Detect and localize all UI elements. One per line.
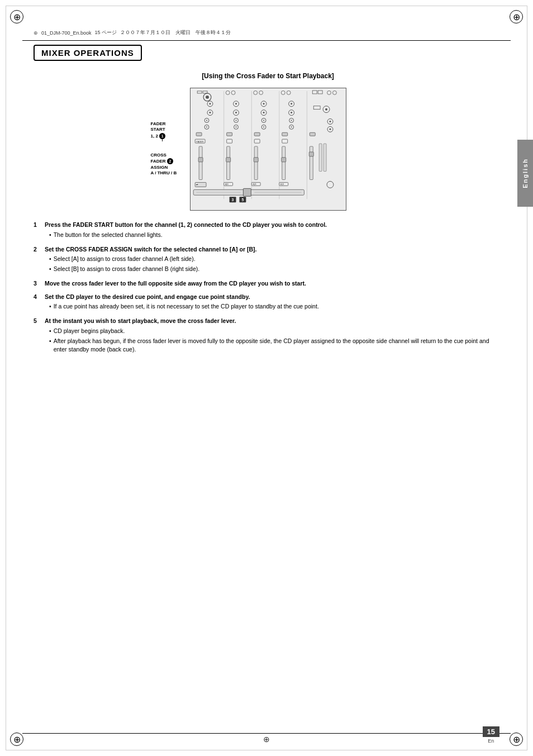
svg-rect-58: [196, 132, 202, 136]
instruction-num-5: 5: [34, 317, 42, 355]
svg-rect-66: [254, 139, 260, 143]
svg-rect-75: [281, 158, 285, 162]
svg-text:A|B: A|B: [225, 183, 229, 186]
svg-rect-69: [198, 158, 203, 162]
bullet-5-2: After playback has begun, if the cross f…: [49, 337, 502, 355]
svg-text:3: 3: [231, 198, 234, 202]
svg-text:FADER: FADER: [196, 140, 203, 143]
instruction-text-1: Press the FADER START button for the cha…: [45, 221, 502, 241]
meta-line: ⊕ 01_DJM-700_En.book 15 ページ ２００７年７月１０日 火…: [34, 29, 499, 36]
language-tab: English: [517, 140, 533, 207]
bullet-2-1: Select [A] to assign to cross fader chan…: [49, 255, 502, 264]
svg-rect-71: [226, 158, 230, 162]
svg-text:5: 5: [241, 198, 244, 202]
svg-point-39: [206, 120, 207, 121]
instruction-bold-5: At the instant you wish to start playbac…: [45, 317, 236, 324]
page-en-label: En: [488, 738, 494, 744]
svg-point-49: [235, 126, 236, 127]
bottom-crosshair-center: ⊕: [263, 735, 270, 744]
instruction-text-3: Move the cross fader lever to the full o…: [45, 279, 502, 288]
instruction-4: 4 Set the CD player to the desired cue p…: [34, 293, 502, 313]
instruction-2: 2 Set the CROSS FADER ASSIGN switch for …: [34, 245, 502, 275]
svg-rect-68: [199, 146, 202, 179]
svg-rect-70: [226, 146, 230, 179]
svg-rect-73: [254, 158, 258, 162]
svg-text:A|B: A|B: [253, 183, 256, 186]
svg-rect-74: [282, 146, 285, 179]
instruction-num-4: 4: [34, 293, 42, 313]
svg-point-45: [291, 120, 292, 121]
svg-point-32: [263, 112, 264, 113]
cross-fader-label: CROSS FADER 2 ASSIGN A / THRU / B: [151, 153, 177, 177]
bottom-rule: [22, 733, 511, 734]
diagram-area: FADER: [34, 88, 502, 211]
bullet-2-2: Select [B] to assign to cross fader chan…: [49, 265, 502, 274]
language-tab-text: English: [522, 158, 529, 188]
svg-rect-79: [323, 144, 326, 172]
instruction-text-5: At the instant you wish to start playbac…: [45, 317, 502, 355]
svg-rect-59: [226, 132, 232, 136]
svg-rect-72: [254, 146, 258, 179]
bullet-4-1: If a cue point has already been set, it …: [49, 302, 502, 311]
instruction-bold-1: Press the FADER START button for the cha…: [45, 221, 327, 228]
page-number-area: 15 En: [483, 726, 499, 744]
svg-point-30: [235, 112, 237, 113]
bullet-1-1: The button for the selected channel ligh…: [49, 231, 502, 240]
svg-point-26: [291, 103, 292, 104]
svg-text:A|B: A|B: [280, 183, 284, 186]
svg-point-41: [235, 120, 236, 121]
svg-point-28: [209, 112, 211, 113]
instruction-num-2: 2: [34, 245, 42, 275]
top-rule: [22, 40, 511, 41]
svg-point-47: [206, 126, 207, 127]
instruction-bold-2: Set the CROSS FADER ASSIGN switch for th…: [45, 246, 256, 253]
svg-point-43: [263, 120, 264, 121]
svg-point-2: [206, 96, 209, 99]
instruction-text-4: Set the CD player to the desired cue poi…: [45, 293, 502, 313]
instruction-num-1: 1: [34, 221, 42, 241]
svg-rect-76: [310, 146, 313, 179]
svg-rect-62: [310, 132, 315, 136]
bullet-5-1: CD player begins playback.: [49, 327, 502, 336]
instructions-list: 1 Press the FADER START button for the c…: [34, 221, 502, 355]
date-text: ２００７年７月１０日 火曜日 午後８時４１分: [120, 29, 231, 36]
svg-point-36: [325, 108, 327, 111]
filename-text: 01_DJM-700_En.book: [41, 30, 92, 36]
instruction-5: 5 At the instant you wish to start playb…: [34, 317, 502, 355]
svg-rect-77: [309, 152, 313, 156]
instruction-1: 1 Press the FADER START button for the c…: [34, 221, 502, 241]
svg-point-51: [263, 126, 264, 127]
svg-point-24: [263, 103, 264, 104]
subsection-heading: [Using the Cross Fader to Start Playback…: [34, 72, 502, 80]
svg-point-20: [209, 103, 211, 104]
fader-start-label: FADER START 1, 2 1: [151, 121, 166, 141]
svg-rect-60: [254, 132, 260, 136]
instruction-bold-3: Move the cross fader lever to the full o…: [45, 280, 306, 287]
svg-point-55: [329, 121, 331, 122]
crosshair-symbol: ⊕: [263, 735, 270, 744]
svg-point-57: [329, 129, 331, 130]
svg-rect-67: [282, 139, 287, 143]
section-title: MIXER OPERATIONS: [34, 45, 142, 61]
main-content: MIXER OPERATIONS [Using the Cross Fader …: [34, 45, 502, 722]
svg-point-53: [291, 126, 292, 127]
svg-point-22: [235, 103, 237, 104]
svg-rect-61: [282, 132, 287, 136]
svg-rect-65: [226, 139, 232, 143]
instruction-bold-4: Set the CD player to the desired cue poi…: [45, 293, 250, 300]
svg-rect-90: [243, 188, 251, 196]
svg-rect-78: [319, 144, 322, 172]
page-ref: 15 ページ: [95, 29, 117, 36]
instruction-num-3: 3: [34, 279, 42, 288]
page-number-box: 15: [483, 726, 499, 737]
instruction-3: 3 Move the cross fader lever to the full…: [34, 279, 502, 288]
svg-point-34: [291, 112, 292, 113]
mixer-diagram-svg: FADER: [190, 88, 346, 211]
instruction-text-2: Set the CROSS FADER ASSIGN switch for th…: [45, 245, 502, 275]
